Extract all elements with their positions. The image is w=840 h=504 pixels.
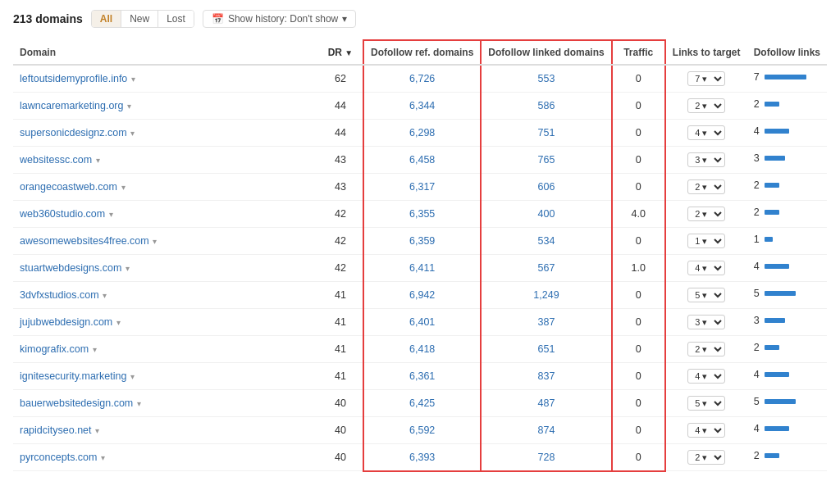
dofollow-ref-link[interactable]: 6,726 [409,73,435,84]
domain-link[interactable]: web360studio.com [20,208,105,220]
domain-dropdown-icon[interactable]: ▾ [114,318,121,327]
links-to-target-select[interactable]: 4 ▾ [687,423,725,438]
links-to-target-select[interactable]: 1 ▾ [687,234,725,248]
links-to-target-select[interactable]: 3 ▾ [687,315,725,329]
cell-dr: 44 [318,120,363,147]
links-to-target-select[interactable]: 4 ▾ [687,125,725,140]
domain-link[interactable]: websitessc.com [20,154,92,166]
domain-link[interactable]: rapidcityseo.net [20,425,92,436]
dofollow-ref-link[interactable]: 6,298 [409,127,435,138]
dofollow-linked-link[interactable]: 553 [538,73,555,84]
dofollow-linked-link[interactable]: 387 [538,316,555,328]
dofollow-ref-link[interactable]: 6,344 [409,100,435,111]
dofollow-linked-link[interactable]: 728 [538,452,555,463]
filter-lost[interactable]: Lost [158,11,194,27]
filter-all[interactable]: All [92,11,121,27]
dofollow-linked-link[interactable]: 765 [538,154,555,166]
links-to-target-select[interactable]: 4 ▾ [687,261,725,275]
cell-dr: 41 [318,309,363,336]
domain-dropdown-icon[interactable]: ▾ [94,156,100,165]
cell-dofollow-links: 5 [747,390,813,413]
links-to-target-select[interactable]: 2 ▾ [687,179,725,194]
domain-dropdown-icon[interactable]: ▾ [129,129,135,138]
dofollow-linked-link[interactable]: 534 [538,235,555,247]
cell-dofollow-links: 5 [747,282,813,305]
domain-dropdown-icon[interactable]: ▾ [94,426,100,435]
links-to-target-select[interactable]: 2 ▾ [687,342,725,356]
table-row: rapidcityseo.net ▾406,59287404 ▾4 [13,417,827,444]
dofollow-links-count: 4 [754,369,760,380]
domain-link[interactable]: supersonicdesignz.com [20,127,127,138]
links-to-target-select[interactable]: 2 ▾ [687,450,725,465]
dofollow-ref-link[interactable]: 6,425 [409,397,435,409]
links-to-target-select[interactable]: 2 ▾ [687,98,725,113]
domain-link[interactable]: jujubwebdesign.com [20,316,112,328]
dofollow-linked-link[interactable]: 567 [538,262,555,274]
dofollow-ref-link[interactable]: 6,359 [409,235,435,247]
dofollow-links-count: 3 [754,315,760,326]
dofollow-ref-link[interactable]: 6,592 [409,425,435,436]
domain-link[interactable]: kimografix.com [20,343,89,355]
domain-link[interactable]: awesomewebsites4free.com [20,235,149,247]
cell-links-to-target: 2 ▾ [665,174,747,201]
dofollow-ref-link[interactable]: 6,458 [409,154,435,166]
filter-new[interactable]: New [121,11,158,27]
dofollow-linked-link[interactable]: 487 [538,397,555,409]
domain-link[interactable]: orangecoastweb.com [20,181,117,193]
domain-link[interactable]: lawncaremarketing.org [20,100,123,111]
cell-traffic: 0 [612,282,665,309]
domain-dropdown-icon[interactable]: ▾ [135,399,141,408]
links-to-target-select[interactable]: 5 ▾ [687,288,725,302]
domain-dropdown-icon[interactable]: ▾ [107,210,113,219]
dofollow-ref-link[interactable]: 6,355 [409,208,435,220]
cell-dofollow-linked: 487 [481,390,611,417]
dofollow-ref-link[interactable]: 6,401 [409,316,435,328]
dofollow-ref-link[interactable]: 6,942 [409,289,435,301]
dofollow-ref-link[interactable]: 6,361 [409,370,435,382]
domain-link[interactable]: bauerwebsitedesign.com [20,397,133,409]
domain-dropdown-icon[interactable]: ▾ [125,102,131,111]
dofollow-linked-link[interactable]: 1,249 [533,289,559,301]
table-row: bauerwebsitedesign.com ▾406,42548705 ▾5 [13,390,827,417]
dofollow-linked-link[interactable]: 837 [538,370,555,382]
domain-dropdown-icon[interactable]: ▾ [90,345,97,354]
cell-links-to-target: 5 ▾ [665,390,747,417]
dofollow-ref-link[interactable]: 6,393 [409,452,435,463]
dofollow-ref-link[interactable]: 6,411 [409,262,435,274]
links-to-target-select[interactable]: 5 ▾ [687,396,725,411]
dofollow-linked-link[interactable]: 400 [538,208,555,220]
dofollow-ref-link[interactable]: 6,418 [409,343,435,355]
domain-link[interactable]: pyrconcepts.com [20,452,97,463]
domain-link[interactable]: 3dvfxstudios.com [20,289,99,301]
domain-dropdown-icon[interactable]: ▾ [98,453,105,462]
domain-dropdown-icon[interactable]: ▾ [119,183,126,192]
col-header-dr[interactable]: DR ▼ [318,40,363,65]
dofollow-links-count: 4 [754,261,760,272]
links-to-target-select[interactable]: 7 ▾ [687,71,725,86]
dofollow-linked-link[interactable]: 586 [538,100,555,111]
links-to-target-select[interactable]: 2 ▾ [687,207,725,221]
cell-links-to-target: 2 ▾ [665,93,747,120]
cell-links-to-target: 4 ▾ [665,417,747,444]
col-header-dofollow-linked: Dofollow linked domains [481,40,611,65]
cell-dofollow-links: 7 [747,66,813,89]
domain-dropdown-icon[interactable]: ▾ [101,291,107,300]
domain-dropdown-icon[interactable]: ▾ [123,264,130,273]
cell-dr: 43 [318,174,363,201]
domain-link[interactable]: stuartwebdesigns.com [20,262,121,274]
links-to-target-select[interactable]: 4 ▾ [687,369,725,384]
domain-link[interactable]: leftoutsidemyprofile.info [20,73,127,84]
dofollow-linked-link[interactable]: 874 [538,425,555,436]
history-button[interactable]: 📅 Show history: Don't show ▾ [203,10,356,28]
dofollow-linked-link[interactable]: 606 [538,181,555,193]
links-to-target-select[interactable]: 3 ▾ [687,152,725,167]
dofollow-linked-link[interactable]: 751 [538,127,555,138]
domain-dropdown-icon[interactable]: ▾ [128,372,135,381]
cell-dofollow-links: 3 [747,309,813,332]
dofollow-ref-link[interactable]: 6,317 [409,181,435,193]
domain-link[interactable]: ignitesecurity.marketing [20,370,126,382]
dofollow-linked-link[interactable]: 651 [538,343,555,355]
domain-dropdown-icon[interactable]: ▾ [151,237,158,246]
domain-dropdown-icon[interactable]: ▾ [129,75,135,84]
cell-dr: 42 [318,201,363,228]
